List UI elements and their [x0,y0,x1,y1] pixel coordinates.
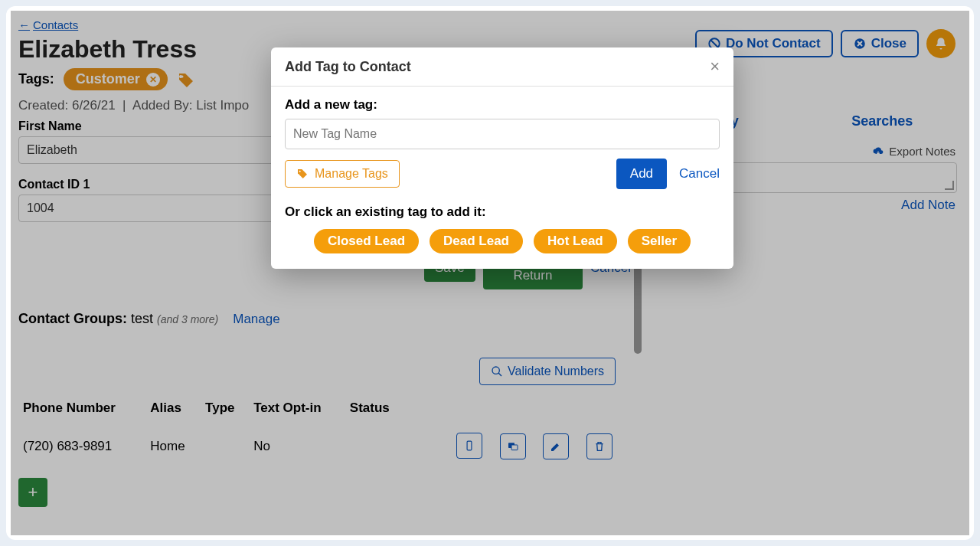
modal-title: Add Tag to Contact [285,59,411,75]
tag-icon [296,168,309,180]
new-tag-input[interactable] [285,119,720,149]
existing-tag-label: Or click an existing tag to add it: [285,204,720,220]
existing-tag-dead-lead[interactable]: Dead Lead [430,229,523,253]
modal-cancel-button[interactable]: Cancel [679,166,720,181]
existing-tag-closed-lead[interactable]: Closed Lead [314,229,419,253]
add-tag-button[interactable]: Add [616,159,667,189]
svg-point-12 [299,171,301,172]
existing-tag-hot-lead[interactable]: Hot Lead [534,229,617,253]
add-tag-modal: Add Tag to Contact × Add a new tag: Mana… [271,47,733,269]
manage-tags-button[interactable]: Manage Tags [285,160,400,188]
manage-tags-label: Manage Tags [315,167,388,181]
modal-close-button[interactable]: × [710,58,720,75]
existing-tag-seller[interactable]: Seller [628,229,691,253]
add-tag-label: Add a new tag: [285,97,720,113]
